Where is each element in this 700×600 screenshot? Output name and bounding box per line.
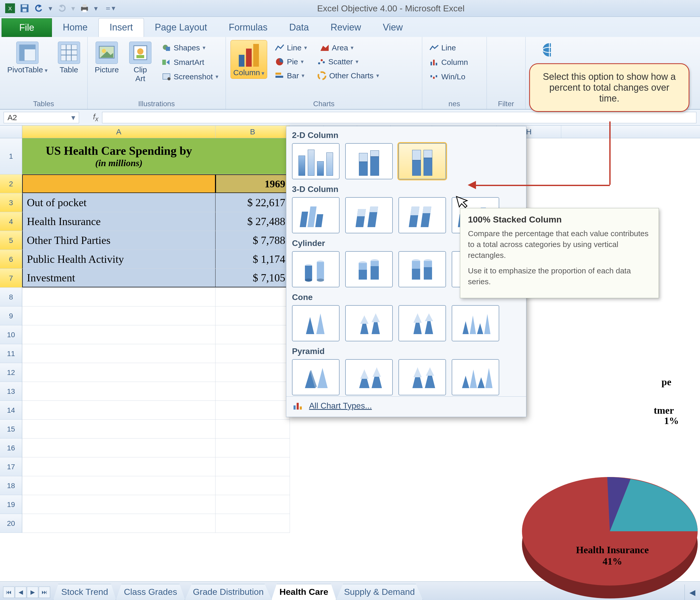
empty-cell[interactable] [22,401,216,419]
redo-icon[interactable] [57,3,67,13]
row-header-14[interactable]: 14 [0,401,22,420]
pie-chart[interactable]: pe tmer 1% Health Insurance 41% [517,436,700,600]
cylinder-1[interactable] [292,251,340,288]
empty-cell[interactable] [22,288,216,306]
data-value[interactable]: $ 27,488 [216,212,290,231]
row-header-12[interactable]: 12 [0,363,22,382]
empty-cell[interactable] [22,344,216,363]
area-chart-button[interactable]: Area [317,42,356,54]
qat-customize[interactable]: ＝▾ [102,3,115,13]
row-header-4[interactable]: 4 [0,212,22,231]
year-header-a[interactable] [22,174,216,193]
fx-label[interactable]: fx [83,112,102,123]
row-header-5[interactable]: 5 [0,231,22,250]
empty-cell[interactable] [22,325,216,344]
empty-cell[interactable] [216,306,290,325]
data-value[interactable]: $ 7,105 [216,269,290,288]
pyramid-1[interactable] [292,359,340,395]
smartart-button[interactable]: SmartArt [159,56,221,69]
pyramid-4[interactable] [452,359,499,395]
empty-cell[interactable] [22,363,216,382]
data-label[interactable]: Public Health Activity [22,250,216,269]
cone-1[interactable] [292,305,340,341]
picture-button[interactable]: Picture [92,40,121,76]
redo-dropdown[interactable]: ▾ [71,4,75,12]
row-header-11[interactable]: 11 [0,344,22,363]
all-chart-types-button[interactable]: All Chart Types... [286,396,526,414]
row-header-2[interactable]: 2 [0,174,22,193]
col-header-B[interactable]: B [216,126,290,138]
sparkline-column-button[interactable]: Column [427,56,482,69]
100-stacked-column-thumb[interactable] [398,143,446,179]
pie-chart-button[interactable]: Pie [272,55,306,68]
cylinder-2[interactable] [345,251,393,288]
sparkline-winloss-button[interactable]: Win/Lo [427,71,482,83]
table-button[interactable]: Table [55,40,83,76]
empty-cell[interactable] [216,363,290,382]
tab-insert[interactable]: Insert [98,18,144,37]
tab-view[interactable]: View [372,18,414,37]
tab-review[interactable]: Review [320,18,372,37]
row-header-18[interactable]: 18 [0,476,22,495]
empty-cell[interactable] [216,288,290,306]
cylinder-3[interactable] [398,251,446,288]
col-header-A[interactable]: A [22,126,216,138]
empty-cell[interactable] [216,457,290,476]
empty-cell[interactable] [216,476,290,495]
row-header-9[interactable]: 9 [0,306,22,325]
data-value[interactable]: $ 1,174 [216,250,290,269]
sheet-tab-supply-demand[interactable]: Supply & Demand [336,584,423,600]
row-header-1[interactable]: 1 [0,138,22,174]
row-header-15[interactable]: 15 [0,420,22,439]
3d-stacked-thumb[interactable] [345,197,393,233]
empty-cell[interactable] [22,382,216,401]
data-label[interactable]: Other Third Parties [22,231,216,250]
sheet-nav-last[interactable]: ⏭ [39,586,50,598]
tab-data[interactable]: Data [278,18,320,37]
file-tab[interactable]: File [2,18,52,37]
print-icon[interactable] [80,3,90,13]
sheet-tab-class-grades[interactable]: Class Grades [116,584,185,600]
row-header-10[interactable]: 10 [0,325,22,344]
data-label[interactable]: Investment [22,269,216,288]
row-header-3[interactable]: 3 [0,193,22,212]
tab-formulas[interactable]: Formulas [218,18,278,37]
empty-cell[interactable] [22,495,216,514]
sheet-tab-health-care[interactable]: Health Care [271,584,336,600]
scatter-chart-button[interactable]: Scatter [314,55,361,68]
row-header-8[interactable]: 8 [0,288,22,306]
empty-cell[interactable] [216,420,290,438]
row-header-20[interactable]: 20 [0,514,22,533]
empty-cell[interactable] [22,476,216,495]
empty-cell[interactable] [22,439,216,457]
empty-cell[interactable] [22,514,216,532]
empty-cell[interactable] [22,457,216,476]
pyramid-2[interactable] [345,359,393,395]
sparkline-line-button[interactable]: Line [427,42,482,54]
line-chart-button[interactable]: Line [272,42,309,54]
pyramid-3[interactable] [398,359,446,395]
cone-2[interactable] [345,305,393,341]
empty-cell[interactable] [22,306,216,325]
row-header-16[interactable]: 16 [0,439,22,457]
tab-home[interactable]: Home [52,18,98,37]
row-header-7[interactable]: 7 [0,269,22,288]
row-header-19[interactable]: 19 [0,495,22,514]
clustered-column-thumb[interactable] [292,143,340,179]
empty-cell[interactable] [22,420,216,438]
cone-3[interactable] [398,305,446,341]
sheet-nav-first[interactable]: ⏮ [3,586,15,598]
screenshot-button[interactable]: Screenshot [159,71,221,83]
column-chart-button[interactable]: Column [230,40,268,79]
globe-icon[interactable] [542,45,551,54]
year-header-b[interactable]: 1969 [216,174,290,193]
sheet-nav-next[interactable]: ▶ [27,586,38,598]
empty-cell[interactable] [216,344,290,363]
sheet-tab-grade-distribution[interactable]: Grade Distribution [185,584,272,600]
shapes-button[interactable]: Shapes [159,42,221,54]
sheet-tab-stock-trend[interactable]: Stock Trend [53,584,116,600]
row-header-13[interactable]: 13 [0,382,22,401]
undo-dropdown[interactable]: ▾ [49,4,52,12]
cells[interactable]: US Health Care Spending by (in millions)… [22,138,290,533]
stacked-column-thumb[interactable] [345,143,393,179]
